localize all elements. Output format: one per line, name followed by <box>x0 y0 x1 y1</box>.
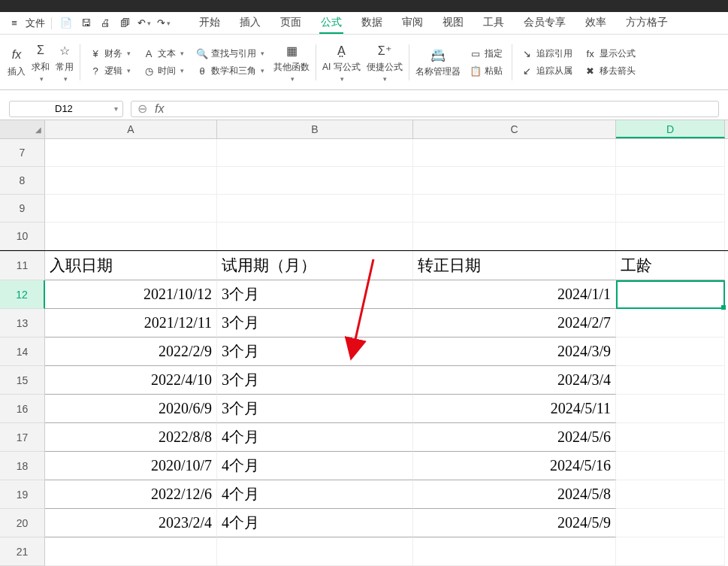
row-header[interactable]: 11 <box>0 251 45 280</box>
cell-C13[interactable]: 2024/2/7 <box>413 309 616 337</box>
cell-A11[interactable]: 入职日期 <box>45 251 217 280</box>
column-header-c[interactable]: C <box>413 120 616 138</box>
row-header[interactable]: 15 <box>0 366 45 395</box>
cell-A8[interactable] <box>45 167 217 195</box>
cell-C15[interactable]: 2024/3/4 <box>413 366 616 395</box>
cell-D10[interactable] <box>616 222 725 250</box>
cell-D18[interactable] <box>616 452 725 480</box>
cell-C7[interactable] <box>413 139 616 167</box>
cell-C21[interactable] <box>413 537 616 566</box>
cell-A9[interactable] <box>45 195 217 222</box>
row-header[interactable]: 8 <box>0 167 45 195</box>
specify-button[interactable]: ▭指定 <box>470 47 503 60</box>
cell-B9[interactable] <box>217 195 413 222</box>
math-button[interactable]: θ数学和三角 <box>196 65 264 77</box>
quick-fn-button[interactable]: Σ⁺ 便捷公式 <box>367 41 403 83</box>
redo-icon[interactable]: ↷ <box>156 15 172 32</box>
cell-B10[interactable] <box>217 222 413 250</box>
tab-vip[interactable]: 会员专享 <box>522 13 567 34</box>
row-header[interactable]: 12 <box>0 280 45 309</box>
row-header[interactable]: 17 <box>0 423 45 452</box>
cell-A19[interactable]: 2022/12/6 <box>45 480 217 509</box>
cell-C17[interactable]: 2024/5/6 <box>413 423 616 452</box>
cell-A14[interactable]: 2022/2/9 <box>45 337 217 366</box>
cell-D9[interactable] <box>616 195 725 222</box>
cell-D11[interactable]: 工龄 <box>616 251 725 280</box>
fx-label-icon[interactable]: fx <box>155 102 164 116</box>
chevron-down-icon[interactable]: ▾ <box>114 104 118 113</box>
cell-B17[interactable]: 4个月 <box>217 423 413 452</box>
ai-write-button[interactable]: A̤ AI 写公式 <box>322 41 361 83</box>
tab-review[interactable]: 审阅 <box>400 13 424 34</box>
cell-B18[interactable]: 4个月 <box>217 452 413 480</box>
undo-icon[interactable]: ↶ <box>136 15 153 32</box>
cell-A16[interactable]: 2020/6/9 <box>45 395 217 423</box>
finance-button[interactable]: ¥财务 <box>89 47 131 60</box>
tab-efficiency[interactable]: 效率 <box>584 13 608 34</box>
cancel-icon[interactable]: ⊖ <box>137 101 147 116</box>
cell-B16[interactable]: 3个月 <box>217 395 413 423</box>
row-header[interactable]: 13 <box>0 309 45 337</box>
cell-D13[interactable] <box>616 309 725 337</box>
cell-B7[interactable] <box>217 139 413 167</box>
cell-B8[interactable] <box>217 167 413 195</box>
row-header[interactable]: 9 <box>0 195 45 222</box>
select-all-corner[interactable]: ◢ <box>0 120 45 138</box>
cell-D14[interactable] <box>616 337 725 366</box>
insert-fn-button[interactable]: fx 插入 <box>8 46 26 78</box>
logic-button[interactable]: ?逻辑 <box>89 65 131 77</box>
row-header[interactable]: 10 <box>0 222 45 250</box>
cell-C16[interactable]: 2024/5/11 <box>413 395 616 423</box>
cell-B15[interactable]: 3个月 <box>217 366 413 395</box>
tab-formula[interactable]: 公式 <box>319 13 343 34</box>
cell-D15[interactable] <box>616 366 725 395</box>
cell-D16[interactable] <box>616 395 725 423</box>
row-header[interactable]: 20 <box>0 509 45 537</box>
cell-C11[interactable]: 转正日期 <box>413 251 616 280</box>
save-icon[interactable]: 📄 <box>58 15 74 32</box>
cell-B14[interactable]: 3个月 <box>217 337 413 366</box>
save-as-icon[interactable]: 🖫 <box>77 15 94 32</box>
lookup-button[interactable]: 🔍查找与引用 <box>196 47 264 60</box>
cell-B13[interactable]: 3个月 <box>217 309 413 337</box>
cell-C19[interactable]: 2024/5/8 <box>413 480 616 509</box>
show-fx-button[interactable]: fx显示公式 <box>585 47 636 60</box>
cell-A12[interactable]: 2021/10/12 <box>45 280 217 309</box>
cell-C12[interactable]: 2024/1/1 <box>413 280 616 309</box>
file-menu[interactable]: 文件 <box>26 17 45 30</box>
cell-B19[interactable]: 4个月 <box>217 480 413 509</box>
cell-A15[interactable]: 2022/4/10 <box>45 366 217 395</box>
column-header-a[interactable]: A <box>45 120 217 138</box>
cell-D12[interactable] <box>616 280 725 309</box>
cell-D7[interactable] <box>616 139 725 167</box>
cell-C14[interactable]: 2024/3/9 <box>413 337 616 366</box>
cell-A21[interactable] <box>45 537 217 566</box>
tab-insert[interactable]: 插入 <box>238 13 262 34</box>
tab-tools[interactable]: 工具 <box>482 13 506 34</box>
tab-squaregrid[interactable]: 方方格子 <box>624 13 669 34</box>
name-box[interactable]: D12 ▾ <box>9 101 123 117</box>
cell-A20[interactable]: 2023/2/4 <box>45 509 217 537</box>
cell-D19[interactable] <box>616 480 725 509</box>
common-button[interactable]: ☆ 常用 <box>56 41 74 83</box>
paste-button[interactable]: 📋粘贴 <box>470 65 503 77</box>
print-icon[interactable]: 🖨 <box>97 15 113 32</box>
tab-page[interactable]: 页面 <box>279 13 303 34</box>
column-header-b[interactable]: B <box>217 120 413 138</box>
row-header[interactable]: 19 <box>0 480 45 509</box>
menu-icon[interactable]: ≡ <box>6 15 23 32</box>
preview-icon[interactable]: 🗐 <box>116 15 133 32</box>
formula-input[interactable]: ⊖ fx <box>131 101 719 117</box>
cell-C10[interactable] <box>413 222 616 250</box>
cell-A18[interactable]: 2020/10/7 <box>45 452 217 480</box>
tab-view[interactable]: 视图 <box>441 13 465 34</box>
cell-C8[interactable] <box>413 167 616 195</box>
cell-A17[interactable]: 2022/8/8 <box>45 423 217 452</box>
cell-B20[interactable]: 4个月 <box>217 509 413 537</box>
cell-B11[interactable]: 试用期（月） <box>217 251 413 280</box>
trace-ref-button[interactable]: ↘追踪引用 <box>521 47 572 60</box>
cell-D8[interactable] <box>616 167 725 195</box>
tab-data[interactable]: 数据 <box>360 13 384 34</box>
cell-B21[interactable] <box>217 537 413 566</box>
remove-arrow-button[interactable]: ✖移去箭头 <box>585 65 636 77</box>
